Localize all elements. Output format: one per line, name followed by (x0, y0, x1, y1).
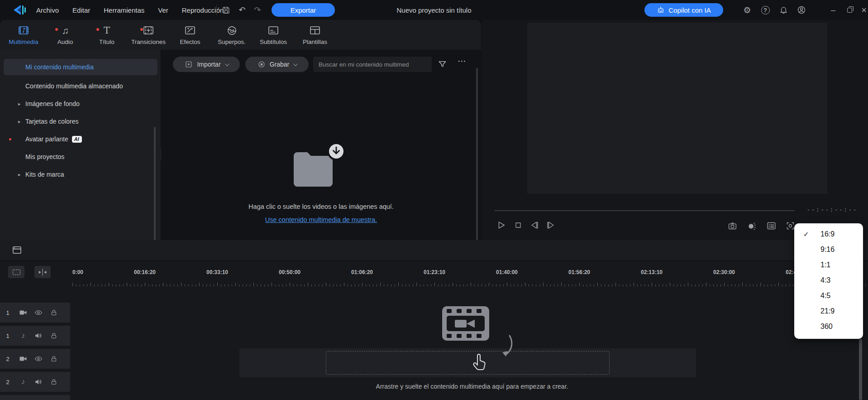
aspect-option-360[interactable]: 360 (794, 319, 863, 334)
ruler-label: 0:00 (72, 269, 83, 275)
import-dropzone[interactable] (287, 140, 355, 195)
ruler-label: 01:23:10 (424, 269, 445, 275)
menu-bar: Archivo Editar Herramientas Ver Reproduc… (36, 0, 224, 20)
seek-bar[interactable] (495, 210, 794, 211)
notifications-bell-icon[interactable] (777, 0, 790, 20)
timeline-header-bar (0, 240, 868, 261)
aspect-option-16-9[interactable]: ✓ 16:9 (794, 227, 863, 242)
media-sidebar: Mi contenido multimedia Contenido multim… (0, 50, 161, 240)
tab-transiciones[interactable]: Transiciones (128, 20, 169, 50)
save-icon[interactable] (219, 0, 233, 20)
menu-ver[interactable]: Ver (158, 6, 168, 14)
timeline-scrollbar[interactable] (859, 339, 862, 400)
tab-audio[interactable]: ♫ Audio (44, 20, 86, 50)
export-button[interactable]: Exportar (272, 3, 335, 17)
aspect-option-1-1[interactable]: 1:1 (794, 257, 863, 273)
tab-subtitulos[interactable]: Subtítulos (253, 20, 294, 50)
tab-label: Multimedia (9, 39, 38, 45)
ruler-label: 01:40:00 (496, 269, 518, 275)
sidebar-item-tarjetas-colores[interactable]: ▸ Tarjetas de colores (4, 113, 157, 130)
timeline-ruler[interactable]: 0:00 00:16:20 00:33:10 00:50:00 01:06:20… (0, 261, 868, 288)
download-arrow-icon (327, 142, 345, 160)
tab-plantillas[interactable]: Plantillas (294, 20, 336, 50)
curved-arrow-icon (497, 333, 514, 359)
aspect-label: 4:3 (820, 276, 830, 284)
copilot-label: Copilot con IA (668, 6, 711, 14)
aspect-option-21-9[interactable]: 21:9 (794, 304, 863, 319)
title-icon: T (104, 24, 110, 36)
timeline-dropzone[interactable] (326, 351, 610, 375)
redo-icon[interactable]: ↷ (251, 0, 264, 20)
tab-superposiciones[interactable]: Superpos. (211, 20, 253, 50)
more-options-icon[interactable]: ⋯ (458, 56, 466, 66)
lock-icon[interactable] (46, 355, 62, 362)
chevron-down-icon (225, 62, 229, 66)
screen-mode-icon[interactable] (12, 245, 22, 255)
speaker-mute-icon[interactable] (31, 332, 46, 339)
new-content-dot (140, 28, 143, 31)
snapshot-camera-icon[interactable] (726, 219, 739, 232)
sidebar-item-kits-marca[interactable]: ▸ Kits de marca (4, 166, 157, 183)
tab-multimedia[interactable]: Multimedia (3, 20, 44, 50)
stop-button[interactable] (511, 218, 525, 232)
menu-herramientas[interactable]: Herramientas (104, 6, 144, 14)
empty-state-text: Haga clic o suelte los videos o las imág… (161, 203, 481, 210)
window-close-button[interactable]: × (857, 0, 868, 20)
settings-gear-icon[interactable]: ⚙ (740, 0, 754, 20)
track-header-video-1[interactable]: 1 (0, 303, 70, 323)
ruler-ticks (0, 279, 868, 288)
sidebar-item-mis-proyectos[interactable]: Mis proyectos (4, 149, 157, 165)
tree-expand-icon[interactable]: ▸ (18, 172, 21, 178)
multimedia-icon (18, 24, 29, 36)
record-button[interactable]: Grabar (245, 57, 309, 72)
sidebar-item-imagenes-fondo[interactable]: ▸ Imágenes de fondo (4, 96, 157, 112)
sidebar-item-avatar-parlante[interactable]: Avatar parlante AI (4, 131, 157, 147)
tab-titulo[interactable]: T Título (86, 20, 128, 50)
aspect-label: 16:9 (820, 230, 835, 238)
previous-frame-button[interactable] (528, 218, 541, 232)
track-number: 1 (0, 309, 15, 316)
aspect-option-9-16[interactable]: 9:16 (794, 242, 863, 257)
copilot-button[interactable]: Copilot con IA (644, 3, 723, 17)
preview-panel: --:--:--:-- (482, 20, 868, 240)
undo-icon[interactable]: ↶ (235, 0, 249, 20)
video-track-icon (15, 309, 31, 316)
tree-expand-icon[interactable]: ▸ (18, 119, 21, 125)
ruler-label: 02:30:00 (713, 269, 735, 275)
track-header-video-3[interactable]: 3 (0, 395, 70, 400)
record-icon (258, 60, 266, 68)
menu-reproduccion[interactable]: Reproducción (182, 6, 224, 14)
render-preview-icon[interactable] (745, 219, 758, 232)
playback-quality-list-icon[interactable] (765, 219, 777, 232)
subtitles-icon (268, 24, 279, 36)
aspect-label: 4:5 (820, 292, 830, 300)
tree-expand-icon[interactable]: ▸ (18, 101, 21, 107)
lock-icon[interactable] (46, 309, 62, 316)
sample-media-link[interactable]: Use contenido multimedia de muestra. (265, 216, 377, 223)
search-input[interactable] (313, 57, 432, 72)
track-header-video-2[interactable]: 2 (0, 349, 70, 369)
aspect-option-4-5[interactable]: 4:5 (794, 288, 863, 304)
menu-editar[interactable]: Editar (72, 6, 90, 14)
lock-icon[interactable] (46, 332, 62, 339)
aspect-option-4-3[interactable]: 4:3 (794, 273, 863, 288)
aspect-label: 360 (820, 323, 833, 331)
track-number: 1 (0, 333, 15, 339)
play-button[interactable] (494, 218, 508, 232)
sidebar-item-mi-contenido[interactable]: Mi contenido multimedia (4, 59, 157, 75)
next-frame-button[interactable] (544, 218, 558, 232)
tab-efectos[interactable]: Efectos (169, 20, 211, 50)
sidebar-item-label: Avatar parlante (25, 135, 68, 143)
sidebar-item-contenido-almacenado[interactable]: Contenido multimedia almacenado (4, 78, 157, 94)
window-restore-button[interactable] (843, 0, 856, 20)
track-header-audio-1[interactable]: 1 ♪ (0, 326, 70, 346)
eye-visibility-icon[interactable] (31, 355, 46, 362)
filter-icon[interactable] (438, 60, 447, 68)
import-button[interactable]: Importar (173, 57, 240, 72)
menu-archivo[interactable]: Archivo (36, 6, 59, 14)
eye-visibility-icon[interactable] (31, 309, 46, 316)
account-avatar-icon[interactable] (795, 0, 808, 20)
title-bar: Archivo Editar Herramientas Ver Reproduc… (0, 0, 868, 20)
help-icon[interactable]: ? (758, 0, 772, 20)
window-minimize-button[interactable]: – (826, 0, 840, 20)
